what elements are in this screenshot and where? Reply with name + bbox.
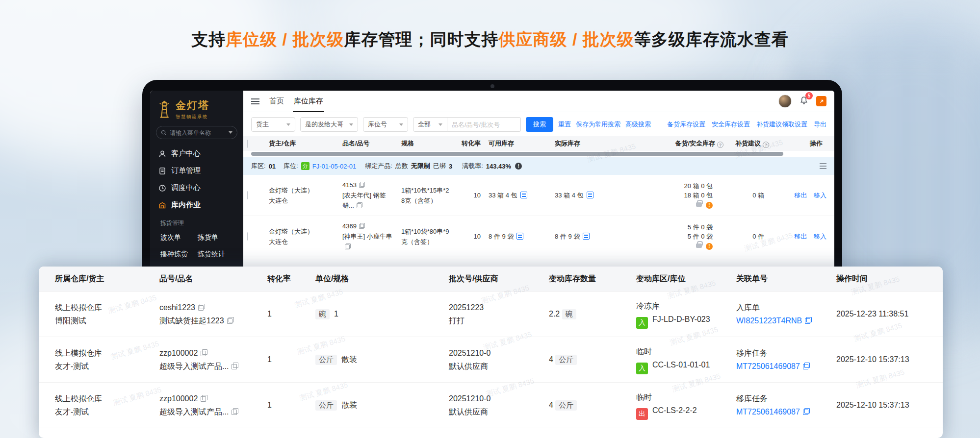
- sidebar-subitem-seed-picking[interactable]: 播种拣货: [160, 250, 198, 259]
- info-icon[interactable]: !: [515, 163, 522, 170]
- copy-icon[interactable]: [359, 223, 365, 229]
- owner-name: 金灯塔（大连）: [269, 226, 335, 237]
- doc-number-link[interactable]: MT725061469087: [736, 408, 800, 416]
- doc-type: 移库任务: [736, 346, 829, 360]
- move-in-link[interactable]: 移入: [814, 192, 826, 199]
- related-doc-cell: 移库任务 MT725061469087: [736, 392, 836, 418]
- supplier-name: 打打: [449, 314, 542, 327]
- select-all-checkbox[interactable]: [247, 140, 248, 148]
- export-link[interactable]: 导出: [814, 120, 826, 129]
- move-out-link[interactable]: 移出: [794, 192, 807, 199]
- row-checkbox[interactable]: [247, 191, 248, 199]
- warehouse-name: 大连仓: [269, 195, 335, 206]
- sidebar-subitem-pick-order[interactable]: 拣货单: [198, 233, 235, 242]
- copy-icon[interactable]: [227, 317, 234, 324]
- warning-icon[interactable]: !: [706, 202, 713, 209]
- reset-link[interactable]: 重置: [558, 120, 571, 129]
- notification-button[interactable]: 5: [799, 96, 808, 106]
- horizontal-scrollbar[interactable]: [251, 152, 783, 156]
- doc-number-link[interactable]: WI8251223T4RNB: [736, 316, 802, 325]
- tab-location-inventory[interactable]: 库位库存: [293, 91, 324, 112]
- col-change-location: 变动库区/库位: [636, 274, 736, 284]
- supplier-name: 默认供应商: [449, 360, 542, 373]
- location-select[interactable]: 库位号: [363, 117, 408, 132]
- unit-spec-cell: 公斤 散装: [315, 400, 449, 411]
- batch-no: 20251210-0: [449, 346, 542, 360]
- warehouse-select[interactable]: 是的发给大哥: [300, 117, 358, 132]
- row-checkbox[interactable]: [247, 232, 248, 241]
- table-row: 金灯塔（大连） 大连仓 4153 [农夫年代] 钢签鲜... 1箱*10包*15…: [243, 175, 834, 216]
- sidebar-subitem-pick-stats[interactable]: 拣货统计: [198, 250, 235, 259]
- outbound-badge: 出: [636, 408, 648, 420]
- owner-name: 博阳测试: [55, 314, 153, 327]
- copy-icon[interactable]: [803, 363, 810, 369]
- sidebar-item-customer-center[interactable]: 客户中心: [156, 145, 237, 162]
- replenish-settings-link[interactable]: 补货建议领取设置: [756, 120, 807, 129]
- qty-value: 4: [549, 401, 553, 409]
- move-in-link[interactable]: 移入: [814, 233, 826, 240]
- scope-select[interactable]: 全部: [413, 117, 447, 132]
- safety-stock-settings-link[interactable]: 安全库存设置: [712, 120, 750, 129]
- menu-collapse-icon[interactable]: [251, 101, 259, 102]
- related-doc-cell: 移库任务 MT725061469087: [736, 346, 836, 373]
- copy-icon[interactable]: [359, 182, 365, 188]
- copy-icon[interactable]: [201, 349, 207, 356]
- fullscreen-button[interactable]: [816, 96, 826, 106]
- copy-icon[interactable]: [803, 408, 810, 415]
- save-search-link[interactable]: 保存为常用搜索: [576, 120, 620, 129]
- avatar[interactable]: [778, 95, 792, 108]
- col-unit-spec: 单位/规格: [315, 274, 449, 284]
- owner-select[interactable]: 货主: [251, 117, 295, 132]
- warning-icon[interactable]: !: [706, 243, 713, 250]
- change-qty-cell: 4 公斤: [549, 400, 636, 411]
- tab-home[interactable]: 首页: [268, 91, 285, 112]
- menu-search-input[interactable]: [170, 129, 226, 136]
- col-warehouse-owner: 所属仓库/货主: [55, 274, 159, 284]
- copy-icon[interactable]: [198, 304, 205, 311]
- doc-number-link[interactable]: MT725061469087: [736, 362, 800, 370]
- op-time-cell: 2025-12-23 11:38:51: [836, 310, 943, 318]
- sidebar-item-warehouse-operations[interactable]: 库内作业: [156, 196, 237, 214]
- product-code: 4153: [342, 181, 357, 189]
- copy-icon[interactable]: [232, 363, 238, 369]
- group-menu-button[interactable]: [820, 166, 826, 167]
- spec-line2: 8克（含签）: [401, 195, 452, 206]
- stock-line2: 18 箱 0 包: [636, 191, 713, 200]
- copy-icon[interactable]: [232, 408, 238, 415]
- sidebar-item-dispatch-center[interactable]: 调度中心: [156, 179, 237, 196]
- search-button[interactable]: 搜索: [526, 117, 553, 132]
- detail-icon[interactable]: [587, 192, 593, 198]
- location-code-link[interactable]: FJ-01-05-02-01: [312, 163, 357, 170]
- product-name: [神串王] 小瘦牛串: [342, 233, 392, 240]
- copy-icon[interactable]: [201, 395, 207, 402]
- chevron-down-icon: [286, 123, 290, 126]
- rate-cell: 1: [267, 401, 315, 410]
- sidebar-subitem-wave-order[interactable]: 波次单: [160, 233, 198, 242]
- help-icon[interactable]: ?: [763, 142, 769, 148]
- list-icon: [820, 166, 826, 167]
- stock-prep-settings-link[interactable]: 备货库存设置: [667, 120, 705, 129]
- change-location-cell: 冷冻库 入FJ-LD-D-BY-023: [636, 299, 736, 329]
- supplier-name: 默认供应商: [449, 405, 542, 418]
- batch-no: 20251223: [449, 301, 542, 314]
- keyword-input[interactable]: [447, 117, 521, 132]
- help-icon[interactable]: ?: [717, 142, 723, 148]
- product-code: zzp100002: [159, 349, 198, 357]
- copy-icon[interactable]: [805, 317, 812, 324]
- col-op-time: 操作时间: [836, 274, 943, 284]
- copy-icon[interactable]: [345, 243, 351, 249]
- copy-icon[interactable]: [357, 202, 362, 208]
- zone-value: 01: [269, 163, 276, 170]
- menu-search-box[interactable]: [156, 126, 237, 139]
- product-cell: zzp100002 超级导入测试产品...: [159, 392, 267, 418]
- keyword-filter-group: 全部: [413, 117, 521, 132]
- change-qty-cell: 2.2 碗: [549, 309, 636, 319]
- warehouse-name: 线上模拟仓库: [55, 346, 153, 360]
- detail-icon[interactable]: [520, 192, 527, 198]
- advanced-search-link[interactable]: 高级搜索: [625, 120, 651, 129]
- detail-icon[interactable]: [583, 233, 590, 240]
- move-out-link[interactable]: 移出: [794, 233, 807, 240]
- col-replenish-advice-label: 补货建议: [735, 140, 761, 147]
- detail-icon[interactable]: [516, 233, 523, 240]
- sidebar-item-order-management[interactable]: 订单管理: [156, 162, 237, 179]
